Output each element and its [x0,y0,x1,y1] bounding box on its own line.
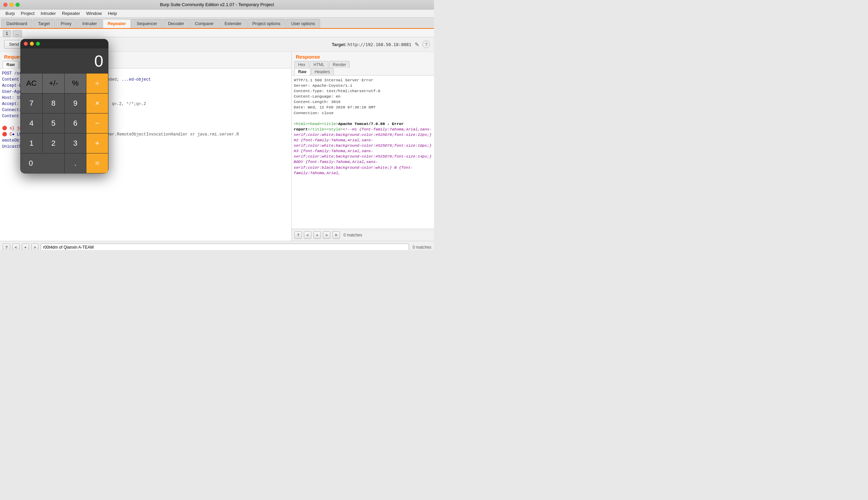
menu-project[interactable]: Project [18,10,37,16]
resp-line-6: Date: Wed, 12 Feb 2020 07:36:10 GMT [294,105,432,110]
tab-proxy[interactable]: Proxy [56,19,77,28]
edit-target-button[interactable]: ✎ [413,41,421,48]
search-nav-back-button[interactable]: < [12,243,20,250]
title-bar: Burp Suite Community Edition v2.1.07 - T… [0,0,434,10]
request-tabs-row: 1 ... [0,29,434,37]
calc-close-button[interactable] [24,42,28,46]
tab-target[interactable]: Target [33,19,55,28]
resp-help-button[interactable]: ? [294,231,302,239]
search-nav-add-button[interactable]: + [22,243,29,250]
tab-num-1[interactable]: 1 [3,30,11,37]
calc-maximize-button[interactable] [36,42,40,46]
calc-add-button[interactable]: + [87,134,108,153]
resp-subtab-html[interactable]: HTML [310,61,328,68]
resp-line-7: Connection: close [294,111,432,116]
response-content[interactable]: HTTP/1.1 500 Internal Server Error Serve… [292,76,434,229]
tab-decoder[interactable]: Decoder [163,19,189,28]
calc-6-button[interactable]: 6 [65,113,87,133]
tab-extender[interactable]: Extender [219,19,247,28]
resp-line-5: Content-Length: 3016 [294,99,432,105]
calc-3-button[interactable]: 3 [65,134,87,153]
calc-0-button[interactable]: 0 [21,154,64,173]
window-title: Burp Suite Community Edition v2.1.07 - T… [160,2,274,7]
resp-matches-label: 0 matches [342,233,362,238]
tab-user-options[interactable]: User options [286,19,320,28]
calc-7-button[interactable]: 7 [21,93,42,113]
tab-intruder[interactable]: Intruder [77,19,102,28]
calc-percent-button[interactable]: % [65,73,87,93]
search-help-button[interactable]: ? [3,243,10,250]
resp-nav-back-button[interactable]: < [304,231,311,239]
calc-4-button[interactable]: 4 [21,113,42,133]
resp-line-4: Content-Language: en [294,94,432,99]
calc-dot-button[interactable]: . [65,154,87,173]
resp-nav-n-button[interactable]: n [332,231,340,239]
minimize-button[interactable] [10,3,13,7]
calc-1-button[interactable]: 1 [21,134,42,153]
menu-window[interactable]: Window [83,10,104,16]
close-button[interactable] [3,3,8,7]
calc-ac-button[interactable]: AC [21,73,42,93]
search-nav-forward-button[interactable]: > [31,243,38,250]
calc-subtract-button[interactable]: − [87,113,108,133]
calc-multiply-button[interactable]: × [87,93,108,113]
response-subtabs-top: Hex HTML Render [292,60,434,68]
calc-buttons: AC +/- % ÷ 7 8 9 × 4 5 6 − 1 2 3 + 0 . = [20,73,108,173]
resp-line-2: Server: Apache-Coyote/1.1 [294,83,432,88]
matches-label: 0 matches [411,245,431,250]
tab-dashboard[interactable]: Dashboard [1,19,32,28]
tab-sequencer[interactable]: Sequencer [132,19,162,28]
resp-line-3: Content-Type: text/html;charset=utf-8 [294,88,432,94]
subtab-raw[interactable]: Raw [3,61,19,68]
resp-subtab-headers[interactable]: Headers [311,68,334,75]
tab-project-options[interactable]: Project options [247,19,286,28]
menu-repeater[interactable]: Repeater [59,10,83,16]
resp-subtab-hex[interactable]: Hex [294,61,309,68]
calc-sign-button[interactable]: +/- [43,73,64,93]
help-button[interactable]: ? [422,41,430,48]
menu-burp[interactable]: Burp [3,10,17,16]
resp-subtab-raw[interactable]: Raw [294,68,310,75]
resp-subtab-render[interactable]: Render [329,61,350,68]
calc-5-button[interactable]: 5 [43,113,64,133]
target-label: Target: http://192.168.50.18:8081 [332,42,411,47]
response-title: Response [292,52,434,60]
bottom-search-bar: ? < + > 0 matches [0,241,434,250]
calc-9-button[interactable]: 9 [65,93,87,113]
tab-add-dots[interactable]: ... [13,30,22,37]
calc-titlebar [20,39,108,48]
calc-minimize-button[interactable] [30,42,34,46]
calc-divide-button[interactable]: ÷ [87,73,108,93]
calc-8-button[interactable]: 8 [43,93,64,113]
response-subtabs-bottom: Raw Headers [292,68,434,76]
response-panel: Response Hex HTML Render Raw Headers HTT… [292,52,434,241]
tab-repeater[interactable]: Repeater [103,19,131,28]
menu-bar: Burp Project Intruder Repeater Window He… [0,10,434,18]
resp-nav-add-button[interactable]: + [313,231,321,239]
maximize-button[interactable] [15,3,20,7]
tab-comparer[interactable]: Comparer [190,19,219,28]
search-input[interactable] [41,243,409,250]
tab-bar: Dashboard Target Proxy Intruder Repeater… [0,18,434,29]
resp-line-8 [294,116,432,121]
menu-intruder[interactable]: Intruder [38,10,59,16]
resp-bottom-bar: ? < + > n 0 matches [292,229,434,241]
calc-equals-button[interactable]: = [87,154,108,173]
resp-line-1: HTTP/1.1 500 Internal Server Error [294,78,432,83]
calculator: 0 AC +/- % ÷ 7 8 9 × 4 5 6 − 1 2 3 + 0 .… [20,39,108,173]
menu-help[interactable]: Help [105,10,119,16]
resp-line-9: <html><head><title>Apache Tomcat/7.0.88 … [294,121,432,176]
traffic-lights [3,3,20,7]
calc-2-button[interactable]: 2 [43,134,64,153]
resp-nav-forward-button[interactable]: > [323,231,330,239]
calc-display: 0 [20,48,108,73]
